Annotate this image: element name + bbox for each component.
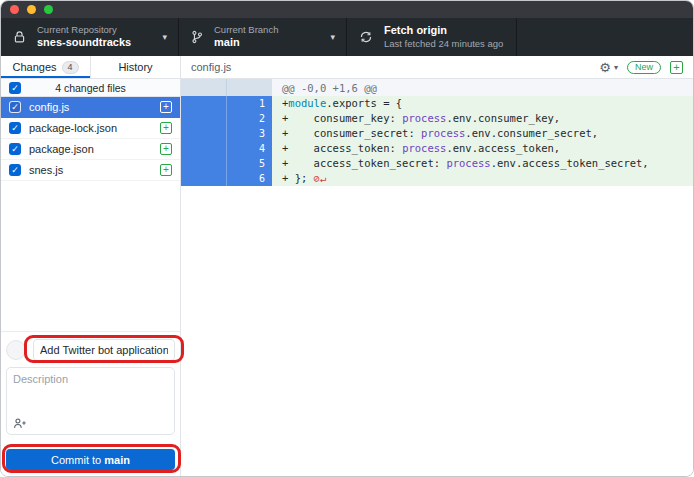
diff-gutter-old[interactable]	[181, 171, 226, 186]
avatar	[6, 340, 26, 360]
diff-gutter-old[interactable]	[181, 156, 226, 171]
file-name: snes.js	[29, 164, 152, 176]
added-file-icon: +	[160, 143, 172, 155]
chevron-down-icon: ▾	[162, 32, 167, 42]
select-all-checkbox[interactable]: ✓	[9, 82, 21, 94]
hunk-header-text: @@ -0,0 +1,6 @@	[272, 79, 693, 96]
diff-gutter-new[interactable]: 3	[226, 126, 272, 141]
app-window: Current Repository snes-soundtracks ▾ Cu…	[0, 0, 694, 477]
diff-line-code: + consumer_secret: process.env.consumer_…	[272, 126, 693, 141]
toolbar: Current Repository snes-soundtracks ▾ Cu…	[1, 18, 693, 56]
titlebar	[1, 1, 693, 18]
tab-history[interactable]: History	[90, 56, 180, 78]
diff-line-code: + }; ⊘↵	[272, 171, 693, 186]
hunk-gutter-old	[181, 79, 226, 96]
file-row-package-lock.json[interactable]: ✓package-lock.json+	[1, 118, 180, 139]
commit-button-prefix: Commit to	[51, 454, 101, 466]
close-button[interactable]	[10, 5, 19, 14]
added-file-icon: +	[160, 101, 172, 113]
diff-lines: 1+module.exports = {2+ consumer_key: pro…	[181, 96, 693, 186]
fetch-origin-button[interactable]: Fetch origin Last fetched 24 minutes ago	[347, 18, 517, 56]
chevron-down-icon: ▾	[330, 32, 335, 42]
added-file-icon: +	[670, 61, 683, 74]
current-branch-button[interactable]: Current Branch main ▾	[179, 18, 347, 56]
fetch-label: Fetch origin	[384, 24, 503, 38]
sync-icon	[359, 30, 373, 44]
diff-line-5[interactable]: 5+ access_token_secret: process.env.acce…	[181, 156, 693, 171]
diff-gutter-new[interactable]: 5	[226, 156, 272, 171]
commit-button-branch: main	[104, 454, 130, 466]
diff-gutter-new[interactable]: 4	[226, 141, 272, 156]
branch-label: Current Branch	[214, 24, 278, 36]
file-list: ✓config.js+✓package-lock.json+✓package.j…	[1, 97, 180, 181]
changes-count-badge: 4	[62, 61, 79, 74]
added-file-icon: +	[160, 164, 172, 176]
main-body: Changes 4 History ✓ 4 changed files ✓con…	[1, 56, 693, 476]
commit-button[interactable]: Commit to main	[6, 449, 175, 470]
hunk-header-row: @@ -0,0 +1,6 @@	[181, 79, 693, 96]
diff-line-code: + access_token_secret: process.env.acces…	[272, 156, 693, 171]
fetch-sublabel: Last fetched 24 minutes ago	[384, 38, 503, 50]
repository-name: snes-soundtracks	[37, 36, 131, 50]
current-repository-button[interactable]: Current Repository snes-soundtracks ▾	[1, 18, 179, 56]
file-checkbox[interactable]: ✓	[9, 122, 21, 134]
diff-gutter-old[interactable]	[181, 141, 226, 156]
chevron-down-icon[interactable]: ▾	[614, 63, 618, 72]
zoom-button[interactable]	[44, 5, 53, 14]
file-row-package.json[interactable]: ✓package.json+	[1, 139, 180, 160]
diff-line-4[interactable]: 4+ access_token: process.env.access_toke…	[181, 141, 693, 156]
diff-gutter-old[interactable]	[181, 111, 226, 126]
tab-changes[interactable]: Changes 4	[1, 56, 90, 78]
diff-gutter-new[interactable]: 1	[226, 96, 272, 111]
branch-name: main	[214, 36, 278, 50]
diff-line-3[interactable]: 3+ consumer_secret: process.env.consumer…	[181, 126, 693, 141]
diff-header: config.js ⚙ ▾ New +	[181, 56, 693, 79]
add-coauthor-icon[interactable]	[13, 417, 27, 430]
diff-line-code: +module.exports = {	[272, 96, 693, 111]
file-checkbox[interactable]: ✓	[9, 143, 21, 155]
lock-icon	[13, 30, 26, 44]
repository-label: Current Repository	[37, 24, 131, 36]
diff-line-code: + consumer_key: process.env.consumer_key…	[272, 111, 693, 126]
changed-files-header: ✓ 4 changed files	[1, 79, 180, 97]
hunk-gutter-new	[226, 79, 272, 96]
file-row-snes.js[interactable]: ✓snes.js+	[1, 160, 180, 181]
new-file-badge: New	[627, 61, 661, 74]
diff-line-6[interactable]: 6+ }; ⊘↵	[181, 171, 693, 186]
commit-description-input[interactable]	[7, 368, 174, 414]
diff-line-1[interactable]: 1+module.exports = {	[181, 96, 693, 111]
commit-form: Commit to main	[1, 331, 180, 476]
sidebar: Changes 4 History ✓ 4 changed files ✓con…	[1, 56, 181, 476]
diff-gutter-old[interactable]	[181, 126, 226, 141]
diff-line-2[interactable]: 2+ consumer_key: process.env.consumer_ke…	[181, 111, 693, 126]
file-name: config.js	[29, 101, 152, 113]
diff-gutter-old[interactable]	[181, 96, 226, 111]
added-file-icon: +	[160, 122, 172, 134]
changed-files-count: 4 changed files	[55, 82, 126, 94]
file-checkbox[interactable]: ✓	[9, 101, 21, 113]
diff-line-code: + access_token: process.env.access_token…	[272, 141, 693, 156]
commit-summary-input[interactable]	[33, 339, 175, 361]
tab-changes-label: Changes	[12, 61, 56, 73]
file-checkbox[interactable]: ✓	[9, 164, 21, 176]
diff-pane: config.js ⚙ ▾ New + @@ -0,0 +1,6 @@ 1+mo…	[181, 56, 693, 476]
diff-view: @@ -0,0 +1,6 @@ 1+module.exports = {2+ c…	[181, 79, 693, 186]
diff-gutter-new[interactable]: 2	[226, 111, 272, 126]
file-name: package-lock.json	[29, 122, 152, 134]
tab-history-label: History	[118, 61, 152, 73]
file-row-config.js[interactable]: ✓config.js+	[1, 97, 180, 118]
diff-file-name: config.js	[191, 61, 599, 73]
diff-gutter-new[interactable]: 6	[226, 171, 272, 186]
gear-icon[interactable]: ⚙	[599, 61, 611, 74]
minimize-button[interactable]	[27, 5, 36, 14]
sidebar-tabs: Changes 4 History	[1, 56, 180, 79]
git-branch-icon	[191, 30, 203, 44]
file-name: package.json	[29, 143, 152, 155]
